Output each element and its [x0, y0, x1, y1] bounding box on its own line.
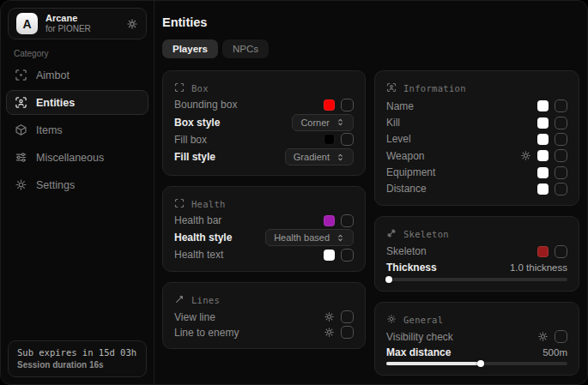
- tab-npcs[interactable]: NPCs: [222, 39, 269, 58]
- row-fill-box: Fill box: [174, 133, 354, 146]
- checkbox[interactable]: [555, 133, 567, 146]
- fill-style-dropdown[interactable]: Gradient: [285, 148, 354, 165]
- color-swatch[interactable]: [537, 167, 549, 178]
- checkbox[interactable]: [341, 214, 354, 227]
- setting-label: Line to enemy: [174, 327, 239, 339]
- setting-label: Fill style: [174, 151, 215, 163]
- row-settings-gear-icon[interactable]: [324, 327, 335, 338]
- panel-lines-header: Lines: [174, 292, 354, 308]
- color-swatch[interactable]: [537, 246, 549, 257]
- slider-fill: [386, 362, 481, 365]
- color-swatch[interactable]: [324, 134, 335, 145]
- slider-thumb[interactable]: [385, 276, 392, 283]
- subscription-card: Sub expires in 15d 03h Session duration …: [8, 340, 147, 377]
- panel-general-header: General: [386, 312, 567, 328]
- max-distance-slider[interactable]: [386, 362, 567, 365]
- row-kill: Kill: [386, 117, 567, 129]
- color-swatch[interactable]: [537, 134, 549, 145]
- sidebar-item-settings[interactable]: Settings: [6, 172, 149, 197]
- logo-letter: A: [22, 17, 31, 31]
- panel-health: Health Health bar Health style Health ba…: [162, 186, 366, 272]
- row-thickness: Thickness 1.0 thickness: [386, 261, 567, 274]
- panel-title: Skeleton: [403, 229, 449, 239]
- panel-lines: Lines View line Line to enemy: [162, 282, 366, 349]
- row-max-distance: Max distance 500m: [386, 346, 567, 358]
- session-duration-text: Session duration 16s: [17, 360, 137, 370]
- slider-value: 500m: [543, 347, 567, 358]
- box-style-dropdown[interactable]: Corner: [292, 114, 354, 131]
- row-box-style: Box style Corner: [174, 114, 354, 131]
- sidebar-nav: Aimbot Entities Items Miscellaneous: [6, 63, 149, 197]
- row-health-bar: Health bar: [174, 214, 354, 227]
- sub-expiry-text: Sub expires in 15d 03h: [17, 347, 137, 358]
- diagonal-line-icon: [174, 292, 185, 308]
- color-swatch[interactable]: [537, 150, 549, 161]
- checkbox[interactable]: [555, 117, 567, 129]
- person-scan-icon: [386, 81, 397, 96]
- color-swatch[interactable]: [324, 99, 335, 111]
- sidebar-item-label: Entities: [36, 97, 75, 109]
- row-settings-gear-icon[interactable]: [324, 311, 335, 322]
- gear-icon[interactable]: [126, 18, 138, 30]
- setting-label: Bounding box: [174, 99, 237, 111]
- color-swatch[interactable]: [324, 215, 335, 226]
- sidebar-item-entities[interactable]: Entities: [6, 90, 149, 115]
- checkbox[interactable]: [341, 99, 354, 111]
- row-health-text: Health text: [174, 249, 354, 262]
- brand-card: A Arcane for PIONER: [8, 8, 147, 39]
- panel-title: Box: [191, 83, 209, 93]
- page-title: Entities: [162, 15, 207, 29]
- checkbox[interactable]: [341, 326, 354, 339]
- row-settings-gear-icon[interactable]: [537, 331, 549, 342]
- setting-label: Level: [386, 133, 411, 145]
- sidebar: A Arcane for PIONER Category Aimbot: [1, 1, 155, 384]
- sidebar-item-miscellaneous[interactable]: Miscellaneous: [6, 145, 149, 170]
- row-controls: [324, 310, 354, 323]
- tab-players[interactable]: Players: [162, 39, 218, 58]
- row-distance: Distance: [386, 183, 567, 196]
- package-icon: [15, 123, 27, 136]
- color-swatch[interactable]: [537, 100, 549, 111]
- checkbox[interactable]: [341, 249, 354, 262]
- color-swatch[interactable]: [537, 117, 549, 129]
- health-style-dropdown[interactable]: Health based: [265, 229, 354, 246]
- checkbox[interactable]: [341, 310, 354, 323]
- thickness-slider[interactable]: [386, 278, 567, 281]
- color-swatch[interactable]: [324, 250, 335, 261]
- checkbox[interactable]: [555, 149, 567, 162]
- setting-label: Distance: [386, 183, 427, 195]
- setting-label: Thickness: [386, 262, 437, 274]
- checkbox[interactable]: [555, 330, 567, 343]
- row-controls: [537, 133, 567, 146]
- setting-label: Kill: [386, 117, 400, 129]
- row-controls: [537, 330, 567, 343]
- checkbox[interactable]: [555, 166, 567, 179]
- row-weapon: Weapon: [386, 149, 567, 162]
- sidebar-item-aimbot[interactable]: Aimbot: [6, 63, 149, 87]
- sidebar-item-label: Aimbot: [36, 69, 70, 81]
- row-skeleton: Skeleton: [386, 245, 567, 258]
- setting-label: Box style: [174, 117, 220, 129]
- checkbox[interactable]: [341, 133, 354, 146]
- setting-label: Max distance: [386, 346, 451, 358]
- brand-text: Arcane for PIONER: [45, 13, 118, 33]
- setting-label: Equipment: [386, 166, 435, 178]
- slider-value: 1.0 thickness: [510, 262, 567, 273]
- checkbox[interactable]: [555, 99, 567, 112]
- panel-columns: Box Bounding box Box style Corner: [162, 70, 579, 376]
- row-controls: [324, 249, 354, 262]
- row-controls: [537, 245, 567, 258]
- row-settings-gear-icon[interactable]: [520, 150, 531, 161]
- panel-title: Health: [191, 199, 226, 209]
- checkbox[interactable]: [555, 183, 567, 196]
- checkbox[interactable]: [555, 245, 567, 258]
- scan-brackets-icon: [174, 196, 185, 212]
- panel-box-header: Box: [174, 81, 354, 96]
- slider-thumb[interactable]: [477, 360, 484, 367]
- row-controls: [520, 149, 567, 162]
- color-swatch[interactable]: [537, 183, 549, 195]
- setting-label: View line: [174, 311, 215, 323]
- row-view-line: View line: [174, 310, 354, 323]
- sidebar-item-items[interactable]: Items: [6, 117, 149, 142]
- row-visibility-check: Visibility check: [386, 330, 567, 343]
